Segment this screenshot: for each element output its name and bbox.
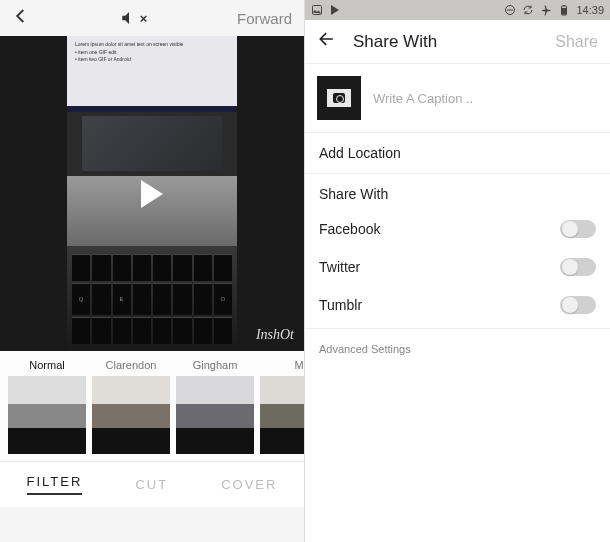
- service-label: Facebook: [319, 221, 380, 237]
- page-title: Share With: [353, 32, 539, 52]
- service-label: Twitter: [319, 259, 360, 275]
- filter-label: Normal: [29, 359, 64, 373]
- filter-clarendon[interactable]: Clarendon: [92, 359, 170, 457]
- filters-row[interactable]: Normal Clarendon Gingham M: [0, 351, 304, 461]
- filter-label: M: [294, 359, 303, 373]
- service-label: Tumblr: [319, 297, 362, 313]
- filter-gingham[interactable]: Gingham: [176, 359, 254, 457]
- caption-thumbnail[interactable]: [317, 76, 361, 120]
- share-with-label: Share With: [305, 174, 610, 210]
- filter-label: Clarendon: [106, 359, 157, 373]
- tab-filter[interactable]: FILTER: [27, 474, 83, 495]
- share-header: Share With Share: [305, 20, 610, 64]
- status-time: 14:39: [576, 4, 604, 16]
- toggle-twitter[interactable]: [560, 258, 596, 276]
- svg-rect-5: [563, 5, 565, 6]
- forward-button[interactable]: Forward: [237, 10, 292, 27]
- filter-normal[interactable]: Normal: [8, 359, 86, 457]
- caption-input[interactable]: Write A Caption ..: [373, 91, 598, 106]
- mute-icon[interactable]: ×: [120, 9, 148, 27]
- image-icon: [311, 4, 323, 16]
- share-tumblr: Tumblr: [305, 286, 610, 324]
- video-preview[interactable]: Lorem ipsum dolor sit amet text on scree…: [0, 36, 304, 351]
- camera-icon: [333, 93, 345, 103]
- filter-more[interactable]: M: [260, 359, 304, 457]
- bottom-tabs: FILTER CUT COVER: [0, 461, 304, 507]
- watermark: InshOt: [256, 327, 294, 343]
- tab-cover[interactable]: COVER: [221, 477, 277, 492]
- editor-screen: × Forward Lorem ipsum dolor sit amet tex…: [0, 0, 305, 542]
- share-twitter: Twitter: [305, 248, 610, 286]
- filter-label: Gingham: [193, 359, 238, 373]
- status-bar: 14:39: [305, 0, 610, 20]
- dnd-icon: [504, 4, 516, 16]
- play-store-icon: [329, 4, 341, 16]
- caption-row: Write A Caption ..: [305, 64, 610, 133]
- play-icon[interactable]: [141, 180, 163, 208]
- toggle-facebook[interactable]: [560, 220, 596, 238]
- add-location-button[interactable]: Add Location: [305, 133, 610, 174]
- sync-icon: [522, 4, 534, 16]
- editor-header: × Forward: [0, 0, 304, 36]
- share-facebook: Facebook: [305, 210, 610, 248]
- advanced-settings-button[interactable]: Advanced Settings: [305, 328, 610, 369]
- back-button[interactable]: [317, 29, 337, 54]
- share-screen: 14:39 Share With Share Write A Caption .…: [305, 0, 610, 542]
- toggle-tumblr[interactable]: [560, 296, 596, 314]
- svg-rect-4: [562, 8, 566, 15]
- airplane-icon: [540, 4, 552, 16]
- share-button[interactable]: Share: [555, 33, 598, 51]
- battery-icon: [558, 4, 570, 16]
- back-button[interactable]: [12, 5, 30, 31]
- tab-cut[interactable]: CUT: [135, 477, 168, 492]
